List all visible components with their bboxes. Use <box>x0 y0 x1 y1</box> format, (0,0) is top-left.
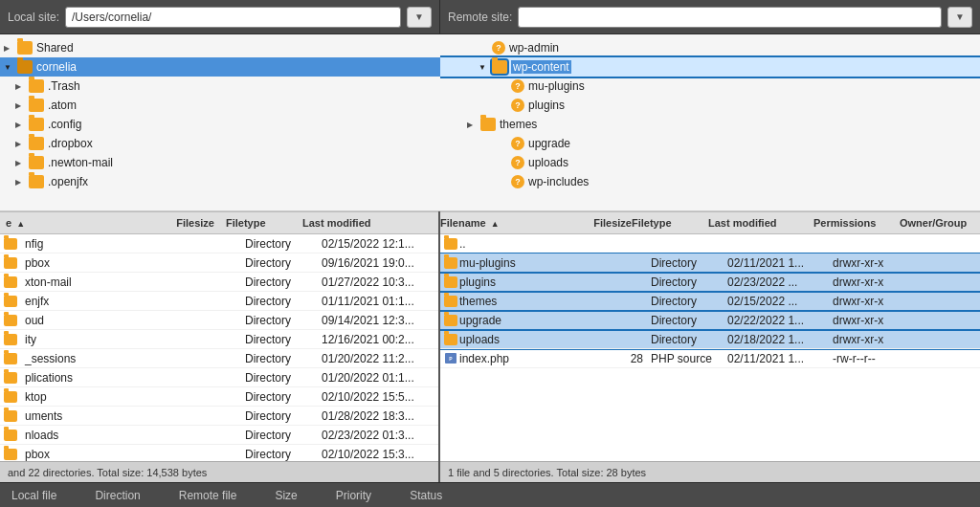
cell-modified: 02/23/2022 01:3... <box>316 429 438 442</box>
cell-type: Directory <box>239 237 316 251</box>
cell-modified: 02/22/2022 1... <box>727 314 833 327</box>
right-tree-item-uploads[interactable]: ? uploads <box>440 153 980 172</box>
remote-path-dropdown[interactable]: ▼ <box>947 7 972 28</box>
cell-perms: -rw-r--r-- <box>833 352 919 365</box>
cell-name: uments <box>19 409 172 423</box>
question-folder-icon: ? <box>492 41 505 55</box>
col-header-size[interactable]: Filesize <box>153 217 220 229</box>
right-tree-item-themes[interactable]: ▶ themes <box>440 115 980 134</box>
tree-item-label: cornelia <box>36 60 77 74</box>
left-tree-item-newton[interactable]: ▶ .newton-mail <box>0 153 440 172</box>
tree-item-label: plugins <box>528 99 565 112</box>
col-header-filetype[interactable]: Filetype <box>632 217 708 229</box>
cell-name: oud <box>19 314 172 327</box>
tree-item-label: .dropbox <box>48 137 93 150</box>
table-row[interactable]: ity Directory 12/16/2021 00:2... <box>0 330 438 349</box>
right-table-row-plugins[interactable]: plugins Directory 02/23/2022 ... drwxr-x… <box>440 273 980 292</box>
remote-path-input[interactable] <box>518 7 942 28</box>
col-header-modified[interactable]: Last modified <box>708 217 813 229</box>
main-container: Local site: ▼ Remote site: ▼ ▶ Shared <box>0 0 980 507</box>
question-folder-icon: ? <box>511 99 524 112</box>
col-header-permissions[interactable]: Permissions <box>813 217 900 229</box>
table-row[interactable]: pbox Directory 09/16/2021 19:0... <box>0 254 438 273</box>
cell-type: Directory <box>239 314 316 327</box>
right-tree-item-wp-includes[interactable]: ? wp-includes <box>440 172 980 191</box>
tree-item-label: wp-includes <box>528 175 589 188</box>
cell-name: pbox <box>19 448 172 461</box>
col-header-filename[interactable]: Filename ▲ <box>440 217 574 229</box>
question-folder-icon: ? <box>511 175 524 188</box>
table-row[interactable]: ktop Directory 02/10/2022 15:5... <box>0 387 438 407</box>
cell-name: xton-mail <box>19 276 172 289</box>
local-path-input[interactable] <box>65 7 401 28</box>
table-row[interactable]: nfig Directory 02/15/2022 12:1... <box>0 234 438 254</box>
left-tree-item-shared[interactable]: ▶ Shared <box>0 38 440 57</box>
left-tree-item-atom[interactable]: ▶ .atom <box>0 96 440 115</box>
left-tree-item-dropbox[interactable]: ▶ .dropbox <box>0 134 440 153</box>
table-row[interactable]: xton-mail Directory 01/27/2022 10:3... <box>0 273 438 292</box>
folder-icon <box>492 60 507 74</box>
right-tree-item-plugins[interactable]: ? plugins <box>440 96 980 115</box>
col-header-type[interactable]: Filetype <box>220 217 297 229</box>
cell-type: Directory <box>239 429 316 442</box>
cell-name: themes <box>459 295 593 308</box>
local-path-dropdown[interactable]: ▼ <box>407 7 432 28</box>
cell-type: Directory <box>239 371 316 385</box>
right-tree: ? wp-admin ▼ wp-content ? mu-plugins <box>440 34 980 211</box>
right-tree-item-mu-plugins[interactable]: ? mu-plugins <box>440 77 980 96</box>
table-row[interactable]: plications Directory 01/20/2022 01:1... <box>0 368 438 387</box>
right-table-row-uploads[interactable]: uploads Directory 02/18/2022 1... drwxr-… <box>440 330 980 349</box>
right-table-row-mu-plugins[interactable]: mu-plugins Directory 02/11/2021 1... drw… <box>440 254 980 273</box>
cell-type: PHP source <box>651 352 727 365</box>
cell-perms: drwxr-xr-x <box>833 276 919 289</box>
tree-arrow: ▶ <box>15 101 29 110</box>
local-path-label: Local site: <box>8 11 59 24</box>
folder-icon <box>17 41 33 55</box>
col-header-owner[interactable]: Owner/Group <box>900 217 980 229</box>
tree-arrow: ▶ <box>15 140 29 148</box>
left-tree-item-cornelia[interactable]: ▼ cornelia <box>0 57 440 77</box>
question-folder-icon: ? <box>511 79 524 93</box>
tree-arrow: ▶ <box>15 178 29 187</box>
folder-icon <box>4 353 17 364</box>
folder-icon <box>4 372 17 384</box>
right-table-row-index-php[interactable]: P index.php 28 PHP source 02/11/2021 1..… <box>440 349 980 368</box>
table-row[interactable]: nloads Directory 02/23/2022 01:3... <box>0 426 438 445</box>
col-header-modified[interactable]: Last modified <box>297 217 421 229</box>
right-table-container: Filename ▲ Filesize Filetype Last modifi… <box>440 211 980 482</box>
table-row[interactable]: oud Directory 09/14/2021 12:3... <box>0 311 438 330</box>
table-row[interactable]: pbox Directory 02/10/2022 15:3... <box>0 445 438 461</box>
table-row[interactable]: enjfx Directory 01/11/2021 01:1... <box>0 292 438 311</box>
cell-type: Directory <box>651 314 727 327</box>
folder-icon <box>4 391 17 403</box>
table-row[interactable]: uments Directory 01/28/2022 18:3... <box>0 407 438 426</box>
tree-item-label: .atom <box>48 99 77 112</box>
cell-perms: drwxr-xr-x <box>833 256 919 270</box>
col-header-name[interactable]: e ▲ <box>0 217 153 229</box>
col-header-filesize[interactable]: Filesize <box>574 217 632 229</box>
tree-arrow: ▶ <box>15 159 29 167</box>
right-status-bar: 1 file and 5 directories. Total size: 28… <box>440 461 980 482</box>
right-table-row-upgrade[interactable]: upgrade Directory 02/22/2022 1... drwxr-… <box>440 311 980 330</box>
cell-modified: 02/11/2021 1... <box>727 352 833 365</box>
folder-icon <box>444 334 457 345</box>
transfer-priority-label: Priority <box>336 489 371 502</box>
right-table-row-themes[interactable]: themes Directory 02/15/2022 ... drwxr-xr… <box>440 292 980 311</box>
transfer-direction-label: Direction <box>95 489 140 502</box>
left-tree-item-openjfx[interactable]: ▶ .openjfx <box>0 172 440 191</box>
folder-icon <box>29 79 44 93</box>
table-row[interactable]: _sessions Directory 01/20/2022 11:2... <box>0 349 438 368</box>
cell-type: Directory <box>239 390 316 404</box>
right-tree-item-wp-content[interactable]: ▼ wp-content <box>440 57 980 77</box>
tree-arrow: ▶ <box>467 121 480 129</box>
folder-icon <box>29 175 44 188</box>
right-tree-item-wp-admin[interactable]: ? wp-admin <box>440 38 980 57</box>
left-tree-item-trash[interactable]: ▶ .Trash <box>0 77 440 96</box>
cell-modified: 09/16/2021 19:0... <box>316 256 438 270</box>
cell-name: pbox <box>19 256 172 270</box>
right-table-row-parent[interactable]: .. <box>440 234 980 254</box>
cell-modified: 02/10/2022 15:5... <box>316 390 438 404</box>
cell-type: Directory <box>239 276 316 289</box>
left-tree-item-config[interactable]: ▶ .config <box>0 115 440 134</box>
right-tree-item-upgrade[interactable]: ? upgrade <box>440 134 980 153</box>
